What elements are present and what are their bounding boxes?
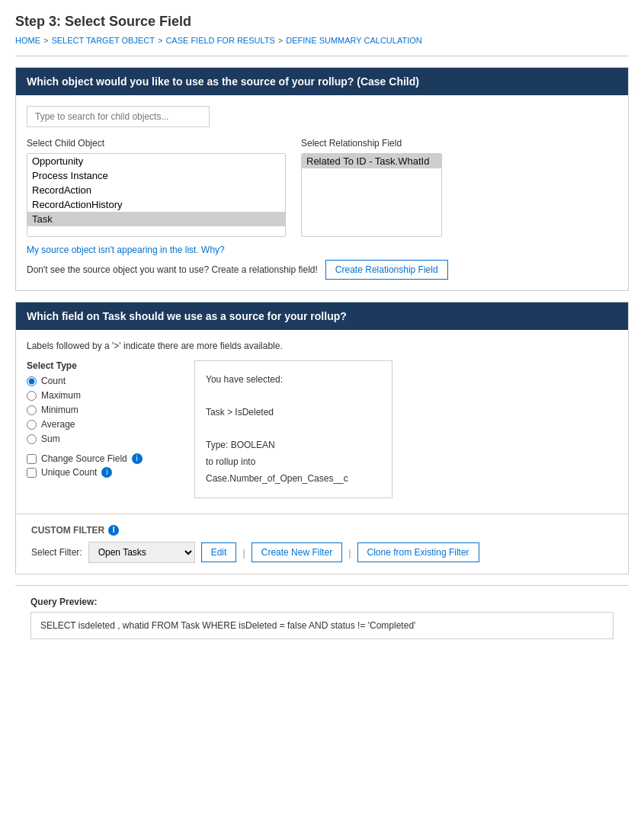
custom-filter-section: CUSTOM FILTER i Select Filter: Open Task… <box>16 514 628 574</box>
selection-field: Task > IsDeleted <box>206 405 381 421</box>
change-source-field-checkbox[interactable] <box>27 454 37 464</box>
type-count-radio[interactable] <box>27 376 37 386</box>
filter-select[interactable]: Open Tasks None <box>88 542 195 563</box>
change-source-field-label: Change Source Field <box>41 453 127 464</box>
list-item[interactable]: Task <box>27 212 285 226</box>
source-object-section: Which object would you like to use as th… <box>15 67 629 291</box>
change-source-info-icon: i <box>132 453 143 464</box>
type-column: Select Type Count Maximum Minimum <box>27 360 179 481</box>
page-title: Step 3: Select Source Field <box>15 14 629 30</box>
type-minimum[interactable]: Minimum <box>27 405 179 415</box>
query-preview-section: Query Preview: SELECT isdeleted , whatid… <box>15 585 629 650</box>
change-source-field-row: Change Source Field i <box>27 453 179 464</box>
missing-object-link[interactable]: My source object isn't appearing in the … <box>27 245 617 255</box>
selection-box: You have selected: Task > IsDeleted Type… <box>194 360 392 498</box>
source-object-body: Select Child Object Opportunity Process … <box>16 95 628 290</box>
type-sum-radio[interactable] <box>27 434 37 444</box>
type-average[interactable]: Average <box>27 419 179 430</box>
type-minimum-radio[interactable] <box>27 405 37 415</box>
breadcrumb-sep-2: > <box>158 36 162 45</box>
type-average-radio[interactable] <box>27 420 37 430</box>
relationship-field-list[interactable]: Related To ID - Task.WhatId <box>301 153 442 237</box>
type-count-label: Count <box>41 376 66 386</box>
unique-count-info-icon: i <box>101 467 112 478</box>
selects-row: Select Child Object Opportunity Process … <box>27 138 617 237</box>
type-minimum-label: Minimum <box>41 405 78 415</box>
breadcrumb-define-summary[interactable]: DEFINE SUMMARY CALCULATION <box>286 36 421 45</box>
task-field-section: Which field on Task should we use as a s… <box>15 302 629 574</box>
task-field-body: Labels followed by a '>' indicate there … <box>16 330 628 509</box>
task-field-header: Which field on Task should we use as a s… <box>16 302 628 330</box>
type-maximum-label: Maximum <box>41 390 81 401</box>
custom-filter-label: CUSTOM FILTER <box>31 525 104 536</box>
sep-bar-1: | <box>242 547 245 558</box>
sep-bar-2: | <box>348 547 351 558</box>
relationship-field-label: Select Relationship Field <box>301 138 442 149</box>
selection-rollup-line: to rollup into <box>206 454 381 471</box>
breadcrumb-home[interactable]: HOME <box>15 36 40 45</box>
create-new-filter-button[interactable]: Create New Filter <box>252 542 342 562</box>
edit-filter-button[interactable]: Edit <box>201 542 237 562</box>
breadcrumb-sep-3: > <box>278 36 283 45</box>
unique-count-checkbox[interactable] <box>27 468 37 478</box>
type-count[interactable]: Count <box>27 376 179 386</box>
query-preview-label: Query Preview: <box>30 597 614 607</box>
child-object-search[interactable] <box>27 106 210 127</box>
hint-text: Labels followed by a '>' indicate there … <box>27 341 617 351</box>
unique-count-label: Unique Count <box>41 467 97 478</box>
breadcrumb-select-target[interactable]: SELECT TARGET OBJECT <box>51 36 155 45</box>
type-label: Select Type <box>27 360 179 371</box>
selection-rollup-target: Case.Number_of_Open_Cases__c <box>206 471 381 488</box>
breadcrumb-case-field[interactable]: CASE FIELD FOR RESULTS <box>165 36 274 45</box>
hint-text: Don't see the source object you want to … <box>27 264 318 275</box>
child-object-group: Select Child Object Opportunity Process … <box>27 138 286 237</box>
clone-filter-button[interactable]: Clone from Existing Filter <box>357 542 479 562</box>
breadcrumb: HOME > SELECT TARGET OBJECT > CASE FIELD… <box>15 36 629 45</box>
breadcrumb-sep-1: > <box>43 36 48 45</box>
list-item[interactable]: RecordAction <box>27 183 285 197</box>
type-maximum-radio[interactable] <box>27 391 37 401</box>
child-object-label: Select Child Object <box>27 138 286 149</box>
custom-filter-title: CUSTOM FILTER i <box>31 525 613 536</box>
top-divider <box>15 56 629 56</box>
type-sum-label: Sum <box>41 434 60 444</box>
selection-heading: You have selected: <box>206 372 381 389</box>
child-object-list[interactable]: Opportunity Process Instance RecordActio… <box>27 153 286 237</box>
source-object-header: Which object would you like to use as th… <box>16 68 628 95</box>
type-average-label: Average <box>41 419 75 430</box>
relationship-field-group: Select Relationship Field Related To ID … <box>301 138 442 237</box>
type-maximum[interactable]: Maximum <box>27 390 179 401</box>
create-relationship-button[interactable]: Create Relationship Field <box>325 260 448 280</box>
fields-row: Select Type Count Maximum Minimum <box>27 360 617 498</box>
query-preview-box: SELECT isdeleted , whatid FROM Task WHER… <box>30 612 614 639</box>
unique-count-row: Unique Count i <box>27 467 179 478</box>
type-sum[interactable]: Sum <box>27 434 179 444</box>
list-item[interactable]: Process Instance <box>27 168 285 183</box>
custom-filter-info-icon: i <box>108 525 119 536</box>
select-filter-label: Select Filter: <box>31 547 82 558</box>
filter-row: Select Filter: Open Tasks None Edit | Cr… <box>31 542 613 563</box>
type-radio-group: Count Maximum Minimum Average <box>27 376 179 444</box>
list-item[interactable]: Opportunity <box>27 154 285 168</box>
list-item[interactable]: Related To ID - Task.WhatId <box>302 154 441 168</box>
list-item[interactable]: RecordActionHistory <box>27 197 285 212</box>
selection-type-line: Type: BOOLEAN <box>206 437 381 454</box>
hint-row: Don't see the source object you want to … <box>27 260 617 280</box>
